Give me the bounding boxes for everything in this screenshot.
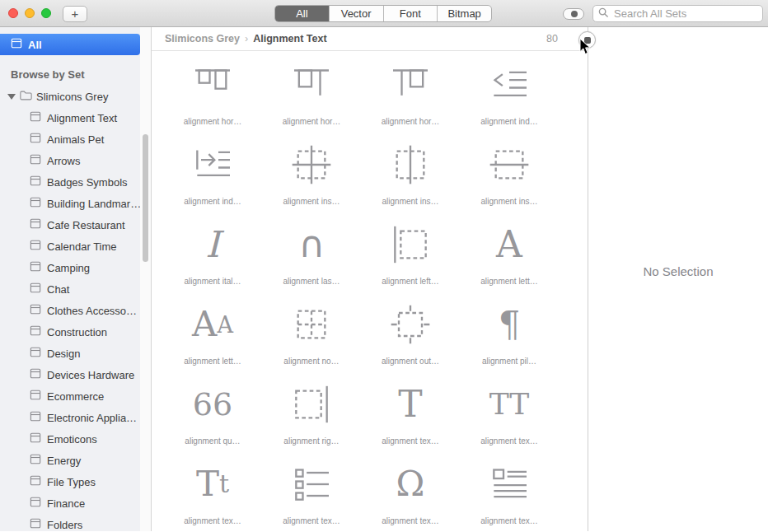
align-top-bar-box-icon [387, 59, 433, 110]
sidebar-item-energy[interactable]: Energy [0, 450, 151, 471]
tab-vector[interactable]: Vector [329, 6, 383, 21]
icon-cell[interactable]: alignment tex… [460, 459, 559, 532]
icon-cell[interactable]: alignment ins… [361, 139, 460, 219]
sidebar-item-file-types[interactable]: File Types [0, 471, 151, 492]
sidebar-item-label: Badges Symbols [47, 176, 128, 189]
sidebar-item-all[interactable]: All [0, 34, 140, 55]
empty-selection-text: No Selection [643, 264, 713, 295]
traffic-lights [8, 8, 51, 18]
sidebar-item-label: Chat [47, 283, 69, 296]
sidebar-item-building-landmar[interactable]: Building Landmar… [0, 193, 151, 214]
icon-cell[interactable]: Ttalignment tex… [163, 459, 262, 532]
icon-cell[interactable]: alignment ins… [460, 139, 559, 219]
icon-cell[interactable]: alignment hor… [361, 59, 460, 139]
icon-grid: alignment hor…alignment hor…alignment ho… [163, 51, 588, 532]
icon-label: alignment tex… [480, 436, 537, 446]
sidebar-item-clothes-accesso[interactable]: Clothes Accesso… [0, 300, 151, 321]
zoom-button[interactable] [41, 8, 51, 18]
right-edge-icon [288, 379, 335, 430]
icon-cell[interactable]: ∩alignment las… [262, 219, 361, 299]
icon-cell[interactable]: alignment tex… [262, 459, 361, 532]
sidebar-item-set[interactable]: Slimicons Grey [0, 86, 151, 107]
icon-cell[interactable]: alignment ins… [262, 139, 361, 219]
sidebar-scrollbar-thumb[interactable] [143, 134, 148, 262]
view-toggle[interactable] [563, 8, 584, 20]
sidebar-item-calendar-time[interactable]: Calendar Time [0, 236, 151, 257]
icon-label: alignment left… [382, 277, 438, 286]
icon-label: alignment pil… [482, 357, 536, 366]
icon-cell[interactable]: ¶alignment pil… [460, 299, 559, 379]
sidebar-category-list: Alignment TextAnimals PetArrowsBadges Sy… [0, 107, 151, 531]
icon-cell[interactable]: alignment out… [361, 299, 460, 379]
sidebar-item-finance[interactable]: Finance [0, 492, 151, 514]
arch-icon: ∩ [298, 219, 325, 270]
search-field[interactable] [592, 5, 763, 22]
sidebar-item-label: File Types [47, 476, 96, 488]
sidebar-item-cafe-restaurant[interactable]: Cafe Restaurant [0, 214, 151, 236]
breadcrumb: Slimicons Grey › Alignment Text 80 [152, 27, 588, 51]
icon-cell[interactable]: alignment rig… [262, 379, 361, 459]
toolbar: + AllVectorFontBitmap [0, 0, 768, 27]
set-box-icon [30, 474, 41, 489]
sidebar-item-animals-pet[interactable]: Animals Pet [0, 128, 151, 150]
set-box-icon [30, 175, 41, 189]
text-block-icon [486, 459, 532, 510]
icon-label: alignment tex… [184, 516, 241, 525]
sidebar-item-badges-symbols[interactable]: Badges Symbols [0, 171, 151, 193]
sidebar-item-ecommerce[interactable]: Ecommerce [0, 385, 151, 407]
sidebar-item-arrows[interactable]: Arrows [0, 150, 151, 171]
icon-cell[interactable]: Aalignment lett… [460, 219, 559, 299]
indent-decrease-icon [486, 59, 532, 110]
sidebar-item-emoticons[interactable]: Emoticons [0, 428, 151, 450]
letter-omega-icon: Ω [396, 459, 425, 510]
icon-cell[interactable]: alignment hor… [262, 59, 361, 139]
icon-cell[interactable]: TTalignment tex… [460, 379, 559, 459]
sidebar-item-label: Arrows [47, 155, 80, 167]
sidebar-item-camping[interactable]: Camping [0, 257, 151, 278]
icon-cell[interactable]: Talignment tex… [361, 379, 460, 459]
sidebar-scrollbar-track[interactable] [140, 27, 151, 531]
sidebar-item-alignment-text[interactable]: Alignment Text [0, 107, 151, 128]
sidebar-item-construction[interactable]: Construction [0, 321, 151, 343]
search-input[interactable] [612, 7, 761, 21]
icon-cell[interactable]: alignment no… [262, 299, 361, 379]
tab-font[interactable]: Font [383, 6, 438, 21]
sidebar-item-electronic-applia[interactable]: Electronic Applia… [0, 407, 151, 428]
disclosure-triangle-icon[interactable] [7, 94, 16, 100]
tab-bitmap[interactable]: Bitmap [437, 6, 491, 21]
close-button[interactable] [8, 8, 18, 18]
icon-cell[interactable]: alignment left… [361, 219, 460, 299]
folder-icon [20, 89, 32, 104]
breadcrumb-set[interactable]: Slimicons Grey [165, 33, 240, 44]
letters-t-small-t-icon: Tt [196, 459, 229, 510]
icon-cell[interactable]: alignment ind… [460, 59, 559, 139]
sidebar-item-design[interactable]: Design [0, 343, 151, 364]
sidebar-item-folders[interactable]: Folders [0, 514, 151, 531]
icon-cell[interactable]: alignment hor… [163, 59, 262, 139]
align-top-box-bar-icon [288, 59, 335, 110]
icon-cell[interactable]: Ialignment ital… [163, 219, 262, 299]
grid-size-button[interactable] [578, 31, 596, 49]
sidebar-item-label: Clothes Accesso… [47, 305, 137, 317]
breadcrumb-category: Alignment Text [253, 33, 326, 44]
minimize-button[interactable] [25, 8, 35, 18]
icon-cell[interactable]: alignment ind… [163, 139, 262, 219]
add-set-button[interactable]: + [63, 6, 87, 22]
toggle-knob-icon [571, 11, 578, 17]
letters-aa-icon: AA [192, 299, 233, 350]
tab-all[interactable]: All [275, 6, 329, 21]
icon-cell[interactable]: 66alignment qu… [163, 379, 262, 459]
icon-label: alignment ins… [283, 197, 340, 206]
icon-cell[interactable]: AAalignment lett… [163, 299, 262, 379]
letters-tt-icon: TT [489, 379, 530, 430]
set-box-icon [30, 367, 41, 382]
icon-cell[interactable]: Ωalignment tex… [361, 459, 460, 532]
icon-label: alignment lett… [480, 277, 537, 286]
sidebar-item-chat[interactable]: Chat [0, 278, 151, 300]
icon-label: alignment out… [382, 357, 439, 366]
icon-label: alignment tex… [382, 516, 438, 525]
set-box-icon [30, 346, 41, 361]
align-top-two-boxes-icon [190, 59, 236, 110]
sidebar-item-devices-hardware[interactable]: Devices Hardware [0, 364, 151, 385]
icon-count: 80 [546, 33, 558, 44]
